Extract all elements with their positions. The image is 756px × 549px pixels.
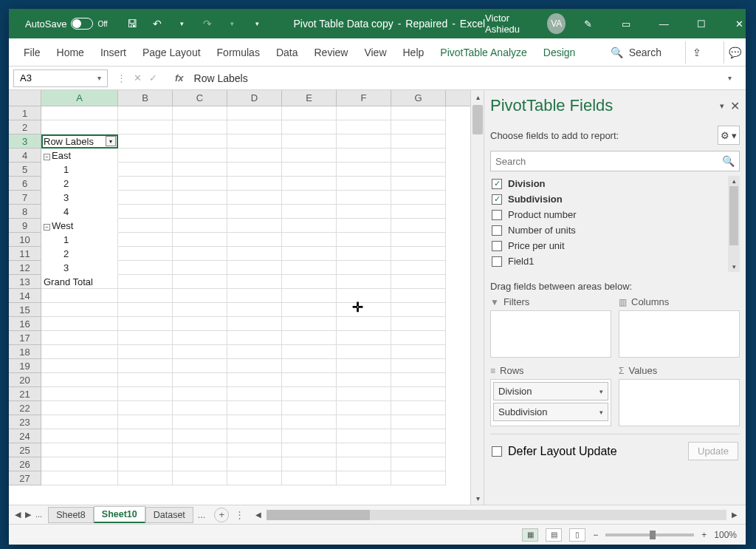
page-layout-view-icon[interactable]: ▤ — [546, 528, 562, 542]
horizontal-scrollbar[interactable]: ◀ ▶ — [252, 510, 741, 520]
fx-icon[interactable]: fx — [175, 72, 184, 83]
tab-page-layout[interactable]: Page Layout — [142, 47, 201, 58]
cell-a8[interactable]: 4 — [41, 205, 118, 219]
column-header-c[interactable]: C — [173, 90, 227, 106]
tab-file[interactable]: File — [24, 47, 41, 58]
fields-search[interactable]: 🔍 — [490, 151, 740, 171]
cell-a5[interactable]: 1 — [41, 163, 118, 177]
rows-dropzone[interactable]: Division▾ Subdivision▾ — [490, 379, 611, 426]
row-header[interactable]: 19 — [9, 359, 41, 373]
name-box-dropdown-icon[interactable]: ▾ — [97, 74, 101, 82]
tab-help[interactable]: Help — [403, 47, 425, 58]
page-break-view-icon[interactable]: ▯ — [569, 528, 585, 542]
sheet-options-icon[interactable]: ⋮ — [235, 509, 244, 520]
formula-input[interactable]: Row Labels — [194, 72, 728, 84]
column-header-g[interactable]: G — [391, 90, 446, 106]
row-header[interactable]: 7 — [9, 191, 41, 205]
column-header-a[interactable]: A — [41, 90, 118, 106]
row-header[interactable]: 18 — [9, 345, 41, 359]
row-header[interactable]: 2 — [9, 120, 41, 134]
maximize-button[interactable]: ☐ — [687, 9, 717, 38]
row-header[interactable]: 14 — [9, 289, 41, 303]
update-button[interactable]: Update — [688, 442, 738, 460]
sheet-tab-sheet8[interactable]: Sheet8 — [48, 507, 94, 523]
row-header[interactable]: 27 — [9, 471, 41, 485]
row-header[interactable]: 11 — [9, 247, 41, 261]
checkbox-icon[interactable] — [492, 241, 502, 251]
qat-customize-icon[interactable]: ▾ — [251, 17, 264, 30]
checkbox-icon[interactable] — [492, 256, 502, 267]
autosave-toggle[interactable]: AutoSave Off — [25, 18, 108, 30]
pivot-filter-dropdown[interactable]: ▾ — [106, 136, 116, 146]
select-all-corner[interactable] — [9, 90, 41, 106]
undo-dropdown-icon[interactable]: ▾ — [176, 17, 189, 30]
close-pane-icon[interactable]: ✕ — [730, 99, 740, 113]
tab-data[interactable]: Data — [276, 47, 298, 58]
zoom-label[interactable]: 100% — [714, 530, 737, 540]
row-header[interactable]: 25 — [9, 443, 41, 457]
sheet-more[interactable]: ... — [193, 510, 210, 520]
row-header[interactable]: 21 — [9, 387, 41, 401]
row-header[interactable]: 12 — [9, 261, 41, 275]
column-header-e[interactable]: E — [282, 90, 337, 106]
zoom-out-icon[interactable]: − — [593, 530, 598, 540]
zoom-slider[interactable] — [605, 533, 694, 536]
pane-options-dropdown-icon[interactable]: ▾ — [720, 101, 724, 111]
undo-icon[interactable]: ↶ — [151, 17, 164, 30]
zoom-knob[interactable] — [650, 531, 656, 539]
redo-dropdown-icon[interactable]: ▾ — [226, 17, 239, 30]
columns-dropzone[interactable] — [619, 310, 740, 358]
sheet-tab-sheet10[interactable]: Sheet10 — [94, 506, 145, 523]
scroll-up-icon[interactable]: ▴ — [471, 90, 484, 103]
formula-menu-icon[interactable]: ⋮ — [117, 72, 126, 83]
field-product-number[interactable]: Product number — [490, 207, 725, 222]
field-number-of-units[interactable]: Number of units — [490, 222, 725, 238]
field-subdivision[interactable]: Subdivision — [490, 191, 725, 207]
comments-icon[interactable]: 💬 — [724, 41, 746, 64]
share-icon[interactable]: ⇪ — [685, 41, 707, 64]
tell-me-search[interactable]: 🔍 Search — [611, 47, 662, 58]
scroll-right-icon[interactable]: ▶ — [728, 511, 741, 519]
close-button[interactable]: ✕ — [724, 9, 755, 38]
row-header[interactable]: 6 — [9, 177, 41, 191]
scroll-thumb[interactable] — [472, 105, 483, 134]
enter-icon[interactable]: ✓ — [149, 72, 157, 83]
sheet-prev-icon[interactable]: ◀ — [15, 510, 21, 519]
scroll-thumb[interactable] — [267, 510, 370, 520]
tab-review[interactable]: Review — [315, 47, 348, 58]
tab-insert[interactable]: Insert — [100, 47, 126, 58]
row-header[interactable]: 20 — [9, 373, 41, 387]
row-header[interactable]: 23 — [9, 415, 41, 429]
name-box[interactable]: A3 ▾ — [13, 69, 108, 87]
filters-dropzone[interactable] — [490, 310, 611, 358]
row-header[interactable]: 4 — [9, 149, 41, 163]
user-name[interactable]: Victor Ashiedu — [485, 13, 540, 35]
tab-design[interactable]: Design — [543, 47, 576, 58]
cancel-icon[interactable]: ✕ — [134, 72, 142, 83]
field-list-scrollbar[interactable]: ▴ ▾ — [728, 176, 740, 272]
gear-icon[interactable]: ⚙ ▾ — [718, 126, 740, 145]
column-header-f[interactable]: F — [337, 90, 391, 106]
sheet-ellipsis[interactable]: ... — [35, 510, 42, 519]
field-price-per-unit[interactable]: Price per unit — [490, 238, 725, 253]
row-header[interactable]: 26 — [9, 457, 41, 471]
row-header[interactable]: 15 — [9, 303, 41, 317]
cell-a3[interactable]: Row Labels▾ — [41, 134, 118, 149]
cell-a4[interactable]: −East — [41, 149, 118, 163]
cell-a11[interactable]: 2 — [41, 247, 118, 261]
rows-item-division[interactable]: Division▾ — [493, 382, 608, 400]
formula-expand-icon[interactable]: ▾ — [728, 74, 741, 82]
sheet-tab-dataset[interactable]: Dataset — [145, 507, 193, 523]
row-header[interactable]: 3 — [9, 134, 41, 149]
row-header[interactable]: 13 — [9, 275, 41, 289]
collapse-icon[interactable]: − — [44, 224, 50, 231]
cell-a10[interactable]: 1 — [41, 233, 118, 247]
field-field1[interactable]: Field1 — [490, 253, 725, 269]
row-header[interactable]: 9 — [9, 219, 41, 233]
vertical-scrollbar[interactable]: ▴ ▾ — [470, 90, 484, 505]
cell-a7[interactable]: 3 — [41, 191, 118, 205]
tab-pivottable-analyze[interactable]: PivotTable Analyze — [440, 47, 527, 58]
spreadsheet-grid[interactable]: A B C D E F G 1 2 3Row Labels▾ 4−East 51… — [9, 90, 470, 505]
checkbox-icon[interactable] — [492, 210, 502, 220]
row-header[interactable]: 17 — [9, 331, 41, 345]
